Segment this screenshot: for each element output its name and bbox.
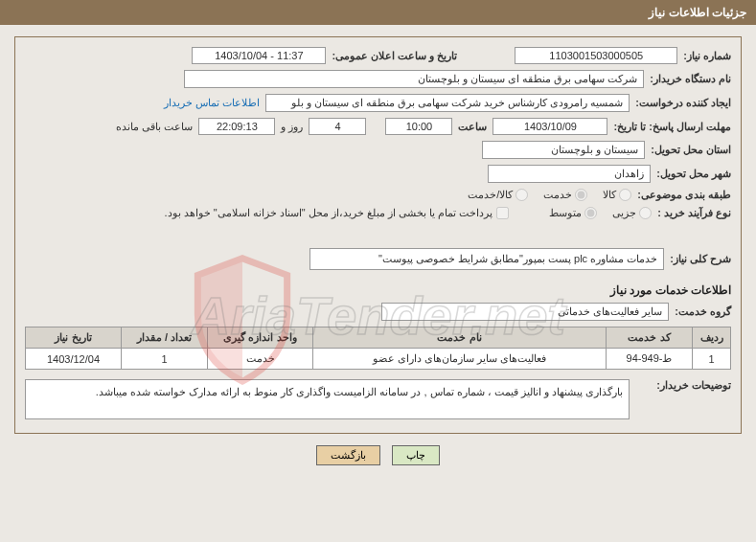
row-city: شهر محل تحویل: زاهدان — [25, 165, 731, 183]
th-qty: تعداد / مقدار — [122, 327, 208, 349]
radio-medium[interactable] — [584, 207, 597, 219]
province-field: سیستان و بلوچستان — [482, 141, 645, 159]
row-creator: ایجاد کننده درخواست: شمسیه رامرودی کارشن… — [25, 94, 731, 112]
td-row: 1 — [693, 349, 731, 370]
table-header-row: ردیف کد خدمت نام خدمت واحد اندازه گیری ت… — [26, 327, 731, 349]
summary-field: خدمات مشاوره plc پست بمپور"مطابق شرایط خ… — [309, 248, 664, 270]
process-radio-group: جزیی متوسط — [538, 207, 652, 219]
td-code: ط-949-94 — [607, 349, 693, 370]
creator-field: شمسیه رامرودی کارشناس خرید شرکت سهامی بر… — [265, 94, 630, 112]
th-row: ردیف — [693, 327, 731, 349]
row-service-group: گروه خدمت: سایر فعالیت‌های خدماتی — [25, 303, 731, 321]
creator-label: ایجاد کننده درخواست: — [635, 97, 731, 109]
page-title: جزئیات اطلاعات نیاز — [649, 6, 746, 19]
service-group-label: گروه خدمت: — [675, 305, 731, 318]
remaining-text: ساعت باقی مانده — [116, 121, 193, 133]
buyer-org-field: شرکت سهامی برق منطقه ای سیستان و بلوچستا… — [184, 70, 644, 88]
radio-kala-label[interactable]: کالا — [603, 189, 631, 201]
category-radio-group: کالا خدمت کالا/خدمت — [456, 189, 631, 201]
row-deadline: مهلت ارسال پاسخ: تا تاریخ: 1403/10/09 سا… — [25, 118, 731, 135]
deadline-label: مهلت ارسال پاسخ: تا تاریخ: — [613, 121, 731, 133]
radio-partial[interactable] — [639, 207, 652, 219]
td-qty: 1 — [122, 349, 208, 370]
deadline-date-field: 1403/10/09 — [493, 118, 607, 135]
td-name: فعالیت‌های سایر سازمان‌های دارای عضو — [313, 349, 607, 370]
button-row: چاپ بازگشت — [0, 445, 756, 465]
services-table: ردیف کد خدمت نام خدمت واحد اندازه گیری ت… — [25, 327, 731, 370]
buyer-contact-link[interactable]: اطلاعات تماس خریدار — [164, 97, 260, 109]
table-row: 1 ط-949-94 فعالیت‌های سایر سازمان‌های دا… — [26, 349, 731, 370]
th-name: نام خدمت — [313, 327, 607, 349]
radio-khedmat-label[interactable]: خدمت — [543, 189, 587, 201]
row-summary: شرح کلی نیاز: خدمات مشاوره plc پست بمپور… — [25, 248, 731, 270]
print-button[interactable]: چاپ — [392, 445, 440, 465]
services-section-title: اطلاعات خدمات مورد نیاز — [25, 283, 731, 297]
service-group-field: سایر فعالیت‌های خدماتی — [381, 303, 669, 321]
row-explanation: توضیحات خریدار: بارگذاری پیشنهاد و انالی… — [25, 379, 731, 419]
payment-note-text: پرداخت تمام یا بخشی از مبلغ خرید،از محل … — [165, 207, 493, 219]
process-label: نوع فرآیند خرید : — [657, 207, 731, 219]
th-date: تاریخ نیاز — [26, 327, 122, 349]
category-label: طبقه بندی موضوعی: — [637, 189, 731, 201]
radio-medium-label[interactable]: متوسط — [549, 207, 597, 219]
th-code: کد خدمت — [607, 327, 693, 349]
radio-both-label[interactable]: کالا/خدمت — [468, 189, 528, 201]
row-province: استان محل تحویل: سیستان و بلوچستان — [25, 141, 731, 159]
summary-label: شرح کلی نیاز: — [670, 253, 731, 265]
row-process: نوع فرآیند خرید : جزیی متوسط پرداخت تمام… — [25, 207, 731, 219]
td-date: 1403/12/04 — [26, 349, 122, 370]
row-need-number: شماره نیاز: 1103001503000505 تاریخ و ساع… — [25, 47, 731, 64]
radio-kala[interactable] — [619, 189, 631, 201]
need-number-field: 1103001503000505 — [515, 47, 677, 64]
city-field: زاهدان — [488, 165, 651, 183]
radio-both[interactable] — [515, 189, 528, 201]
row-buyer-org: نام دستگاه خریدار: شرکت سهامی برق منطقه … — [25, 70, 731, 88]
city-label: شهر محل تحویل: — [656, 168, 731, 180]
radio-khedmat[interactable] — [575, 189, 587, 201]
payment-note-row: پرداخت تمام یا بخشی از مبلغ خرید،از محل … — [165, 207, 510, 219]
announce-datetime-label: تاریخ و ساعت اعلان عمومی: — [332, 50, 457, 62]
back-button[interactable]: بازگشت — [316, 445, 380, 465]
time-label: ساعت — [458, 121, 487, 133]
deadline-time-field: 10:00 — [385, 118, 452, 135]
main-content: AriaTender.net شماره نیاز: 1103001503000… — [14, 36, 742, 434]
announce-datetime-field: 1403/10/04 - 11:37 — [192, 47, 326, 64]
th-unit: واحد اندازه گیری — [208, 327, 313, 349]
need-number-label: شماره نیاز: — [683, 50, 731, 62]
days-text: روز و — [281, 121, 303, 133]
province-label: استان محل تحویل: — [651, 144, 731, 156]
explanation-box: بارگذاری پیشنهاد و انالیز قیمت ، شماره ت… — [25, 379, 630, 419]
time-remaining-field: 22:09:13 — [198, 118, 275, 135]
radio-partial-label[interactable]: جزیی — [612, 207, 652, 219]
td-unit: خدمت — [208, 349, 313, 370]
payment-checkbox[interactable] — [496, 207, 509, 219]
row-category: طبقه بندی موضوعی: کالا خدمت کالا/خدمت — [25, 189, 731, 201]
buyer-org-label: نام دستگاه خریدار: — [650, 73, 731, 85]
explanation-label: توضیحات خریدار: — [635, 379, 731, 392]
days-remaining-field: 4 — [309, 118, 366, 135]
page-header: جزئیات اطلاعات نیاز — [0, 0, 756, 25]
